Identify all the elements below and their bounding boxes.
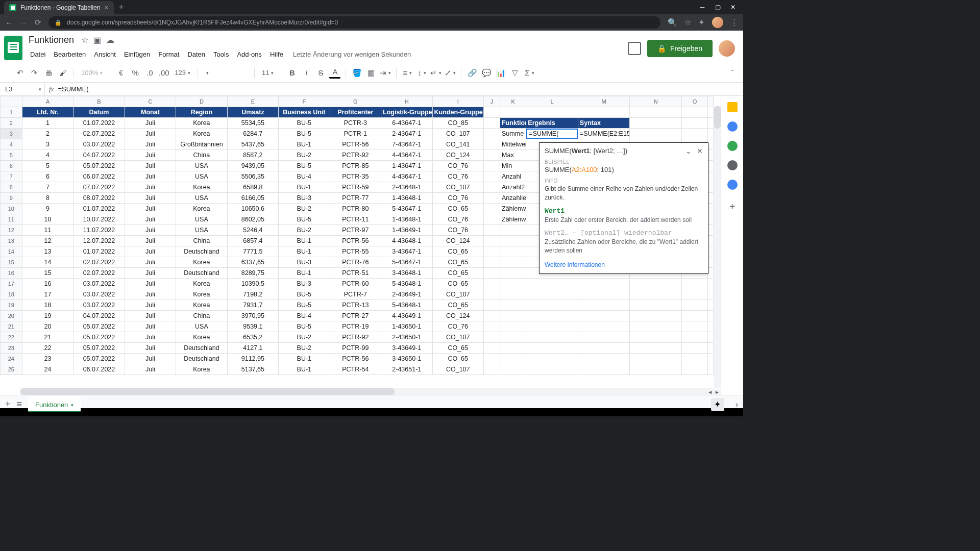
cell[interactable]: CO_65 [432,354,483,364]
cell[interactable] [708,257,714,268]
row-header[interactable]: 13 [1,236,22,246]
cell[interactable]: Umsatz [227,107,278,118]
cell[interactable]: Juli [125,364,176,375]
cell[interactable]: Korea [176,204,227,214]
cell[interactable]: PCTR-56 [330,354,381,364]
text-color-icon[interactable]: A [329,67,340,79]
column-header[interactable]: I [432,96,483,107]
cell[interactable]: Juli [125,300,176,311]
cell[interactable]: =SUMME(E2:E1501) [578,129,630,139]
cell[interactable]: Juli [125,311,176,321]
cell[interactable] [500,364,526,375]
cell[interactable]: 2-43647-1 [381,129,432,139]
cell[interactable]: Juli [125,182,176,193]
cell[interactable]: Juli [125,204,176,214]
cell[interactable]: China [176,311,227,321]
cell[interactable] [630,129,682,139]
cell[interactable] [500,225,526,236]
cell[interactable]: BU-4 [279,171,330,182]
cell[interactable]: BU-5 [279,289,330,300]
all-sheets-icon[interactable]: ≡ [17,399,22,410]
cell[interactable] [630,332,682,343]
cell[interactable] [681,354,707,364]
cell[interactable]: 14 [22,257,73,268]
cell[interactable]: CO_107 [432,364,483,375]
paint-format-icon[interactable]: 🖌 [57,67,68,79]
cell[interactable]: PCTR-97 [330,225,381,236]
cell[interactable]: CO_76 [432,321,483,332]
cell[interactable] [630,107,682,118]
cell[interactable] [483,364,500,375]
sheet-tab-funktionen[interactable]: Funktionen [28,396,81,412]
cell[interactable] [578,364,630,375]
cell[interactable]: Monat [125,107,176,118]
cell[interactable]: CO_65 [432,246,483,257]
cell[interactable]: Juli [125,129,176,139]
cell[interactable]: Anzahl [500,171,526,182]
cell[interactable]: CO_65 [432,257,483,268]
column-header[interactable]: B [74,96,125,107]
cell[interactable]: CO_124 [432,150,483,161]
cell[interactable]: Summe [500,129,526,139]
filter-icon[interactable]: ▽ [509,67,521,79]
cell[interactable]: Anzahlleerezelle [500,193,526,204]
cell[interactable] [483,300,500,311]
cell[interactable]: USA [176,321,227,332]
cell[interactable] [681,332,707,343]
cell[interactable] [578,289,630,300]
column-header[interactable]: L [526,96,578,107]
menu-ansicht[interactable]: Ansicht [90,48,119,60]
cell[interactable]: Deutschland [176,354,227,364]
cell[interactable]: 2 [22,129,73,139]
cell[interactable] [630,300,682,311]
cell[interactable]: 4 [22,150,73,161]
fill-color-icon[interactable]: 🪣 [351,67,362,79]
cell[interactable] [483,139,500,150]
cell[interactable]: BU-3 [279,257,330,268]
h-align-icon[interactable]: ≡ [402,67,413,79]
borders-icon[interactable]: ▦ [365,67,377,79]
cell[interactable]: BU-1 [279,354,330,364]
cell[interactable] [500,321,526,332]
cell[interactable] [630,343,682,354]
cell[interactable]: CO_65 [432,204,483,214]
cell[interactable]: Logistik-Gruppe [381,107,432,118]
cell[interactable] [708,107,714,118]
cell[interactable]: BU-1 [279,364,330,375]
vertical-scrollbar[interactable] [714,106,721,388]
row-header[interactable]: 19 [1,300,22,311]
side-panel-toggle-icon[interactable]: › [736,400,738,409]
cell[interactable]: Juli [125,150,176,161]
column-header[interactable]: C [125,96,176,107]
cell[interactable] [708,236,714,246]
cell[interactable] [681,279,707,289]
scroll-right-icon[interactable]: ► [715,389,720,395]
cell[interactable]: CO_65 [432,279,483,289]
select-all-corner[interactable] [1,96,22,107]
cell[interactable]: 7198,2 [227,289,278,300]
zoom-dropdown[interactable]: 100% [79,69,105,77]
merge-cells-icon[interactable]: ⇥ [380,67,391,79]
popup-more-info-link[interactable]: Weitere Informationen [545,261,703,268]
minimize-icon[interactable]: ─ [699,4,705,10]
account-avatar-icon[interactable] [719,40,735,57]
cell[interactable]: BU-2 [279,332,330,343]
keep-icon[interactable] [727,121,738,132]
menu-tools[interactable]: Tools [210,48,232,60]
new-tab-button[interactable]: + [119,3,124,12]
cell[interactable] [681,107,707,118]
comments-icon[interactable] [628,42,641,55]
cell[interactable]: USA [176,171,227,182]
cell[interactable]: 5137,65 [227,364,278,375]
cell[interactable] [578,332,630,343]
cell[interactable]: Juli [125,246,176,257]
font-size-dropdown[interactable]: 11 [260,69,276,77]
cell[interactable] [526,321,578,332]
cell[interactable]: Juli [125,171,176,182]
cell[interactable]: 08.07.2022 [74,193,125,204]
cell[interactable]: BU-5 [279,161,330,171]
cell[interactable]: Korea [176,118,227,129]
cell[interactable]: 07.07.2022 [74,182,125,193]
cell[interactable]: BU-3 [279,193,330,204]
cell[interactable]: Korea [176,182,227,193]
